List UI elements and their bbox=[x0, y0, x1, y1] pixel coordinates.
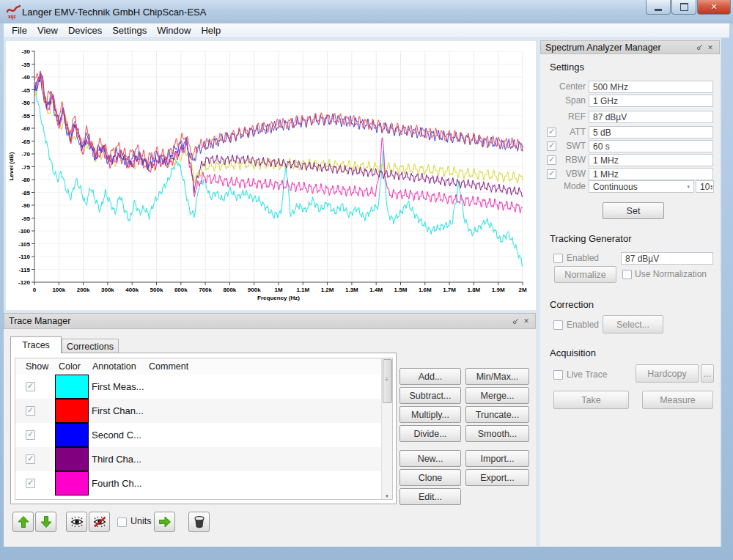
live-trace-label: Live Trace bbox=[567, 369, 607, 380]
use-normalization-checkbox[interactable] bbox=[622, 270, 632, 279]
window-title: Langer EMV-Technik GmbH ChipScan-ESA bbox=[22, 7, 206, 18]
trace-edit-button[interactable]: Edit... bbox=[399, 488, 461, 505]
svg-text:1.1M: 1.1M bbox=[296, 287, 309, 293]
app-logo-icon: xqc bbox=[6, 4, 21, 20]
trace-show-checkbox[interactable] bbox=[26, 430, 35, 440]
close-button[interactable]: ✕ bbox=[697, 0, 731, 15]
count-spinner[interactable]: 10 ▲▼ bbox=[696, 180, 714, 193]
svg-text:-100: -100 bbox=[18, 228, 31, 235]
table-row[interactable]: Fourth Ch... bbox=[15, 471, 382, 495]
trace-color-swatch[interactable] bbox=[55, 471, 89, 495]
trace-clone-button[interactable]: Clone bbox=[399, 469, 461, 486]
trace-merge-button[interactable]: Merge... bbox=[465, 387, 529, 404]
panel-pin-icon[interactable] bbox=[511, 317, 520, 325]
tg-level-input[interactable]: 87 dBµV bbox=[621, 252, 713, 265]
trace-subtract-button[interactable]: Subtract... bbox=[399, 387, 461, 404]
trace-color-swatch[interactable] bbox=[55, 375, 89, 399]
menu-item-view[interactable]: View bbox=[32, 23, 63, 37]
acquisition-heading: Acquisition bbox=[550, 347, 596, 358]
trace-show-checkbox[interactable] bbox=[26, 406, 35, 416]
scrollbar-down-icon[interactable]: ▼ bbox=[385, 494, 389, 498]
menu-item-settings[interactable]: Settings bbox=[107, 23, 152, 37]
svg-text:600k: 600k bbox=[174, 287, 188, 293]
trace-show-checkbox[interactable] bbox=[26, 479, 35, 488]
panel-pin-icon[interactable] bbox=[695, 43, 704, 52]
trace-new-button[interactable]: New... bbox=[399, 450, 461, 467]
panel-close-icon[interactable]: ✕ bbox=[522, 317, 531, 325]
menu-item-devices[interactable]: Devices bbox=[63, 23, 107, 37]
delete-trace-button[interactable] bbox=[188, 512, 210, 532]
arrow-up-icon bbox=[17, 515, 30, 528]
att-input[interactable]: 5 dB bbox=[589, 126, 713, 139]
live-trace-checkbox[interactable] bbox=[553, 370, 563, 380]
svg-text:-65: -65 bbox=[21, 139, 30, 145]
trace-multiply-button[interactable]: Multiply... bbox=[399, 406, 461, 423]
vbw-label: VBW bbox=[543, 169, 586, 179]
trace-min-max-button[interactable]: Min/Max... bbox=[465, 368, 529, 385]
measure-button[interactable]: Measure bbox=[642, 391, 713, 409]
tg-enabled-checkbox[interactable] bbox=[553, 254, 563, 263]
vbw-input[interactable]: 1 MHz bbox=[589, 168, 713, 180]
correction-enabled-checkbox[interactable] bbox=[553, 320, 563, 330]
trace-color-swatch[interactable] bbox=[55, 423, 89, 447]
hardcopy-more-button[interactable]: ... bbox=[701, 364, 714, 383]
move-trace-down-button[interactable] bbox=[35, 512, 56, 532]
units-checkbox[interactable] bbox=[117, 517, 127, 527]
menu-item-file[interactable]: File bbox=[7, 23, 32, 37]
tab-traces[interactable]: Traces bbox=[10, 336, 62, 353]
ref-input[interactable]: 87 dBµV bbox=[589, 111, 713, 123]
trace-show-checkbox[interactable] bbox=[26, 454, 35, 464]
table-row[interactable]: First Chan... bbox=[15, 399, 382, 423]
trace-import-button[interactable]: Import... bbox=[465, 450, 529, 467]
menu-item-window[interactable]: Window bbox=[152, 23, 196, 37]
trace-export-button[interactable]: Export... bbox=[465, 469, 529, 486]
move-trace-up-button[interactable] bbox=[12, 512, 34, 532]
trace-ops-column-1b: New...CloneEdit... bbox=[399, 450, 461, 507]
trace-divide-button[interactable]: Divide... bbox=[399, 425, 461, 442]
trace-add-button[interactable]: Add... bbox=[399, 368, 461, 385]
trace-truncate-button[interactable]: Truncate... bbox=[465, 406, 529, 423]
swt-input[interactable]: 60 s bbox=[589, 140, 713, 152]
svg-text:200k: 200k bbox=[77, 287, 90, 293]
hardcopy-button[interactable]: Hardcopy bbox=[636, 364, 699, 383]
menu-item-help[interactable]: Help bbox=[196, 23, 226, 37]
rbw-input[interactable]: 1 MHz bbox=[589, 154, 713, 166]
show-all-traces-button[interactable] bbox=[66, 512, 87, 532]
set-button[interactable]: Set bbox=[603, 202, 664, 219]
sam-title: Spectrum Analyzer Manager bbox=[545, 43, 661, 53]
tab-corrections[interactable]: Corrections bbox=[62, 339, 119, 353]
hide-all-traces-button[interactable] bbox=[89, 512, 110, 532]
panel-close-icon[interactable]: ✕ bbox=[706, 43, 715, 52]
scrollbar-thumb[interactable] bbox=[383, 359, 392, 403]
svg-text:1.9M: 1.9M bbox=[492, 287, 505, 293]
col-comment: Comment bbox=[149, 361, 188, 372]
correction-select-button[interactable]: Select... bbox=[603, 315, 663, 334]
apply-button[interactable] bbox=[154, 512, 175, 532]
mode-select[interactable]: Continuous ▾ bbox=[589, 180, 694, 193]
svg-text:xqc: xqc bbox=[8, 14, 17, 20]
maximize-button[interactable] bbox=[671, 0, 696, 15]
minimize-button[interactable] bbox=[646, 0, 671, 15]
center-input[interactable]: 500 MHz bbox=[589, 81, 713, 93]
ref-label: REF bbox=[543, 111, 586, 122]
take-button[interactable]: Take bbox=[553, 391, 629, 409]
svg-text:400k: 400k bbox=[125, 287, 139, 293]
trace-color-swatch[interactable] bbox=[55, 399, 89, 423]
trace-table-header: Show Color Annotation Comment bbox=[15, 358, 392, 375]
spectrum-chart[interactable]: -30-35-40-45-50-55-60-65-70-75-80-85-90-… bbox=[6, 41, 536, 310]
maximize-icon bbox=[680, 3, 688, 11]
table-row[interactable]: Third Cha... bbox=[15, 447, 382, 471]
table-row[interactable]: Second C... bbox=[15, 423, 382, 447]
normalize-button[interactable]: Normalize bbox=[554, 266, 616, 283]
svg-text:-45: -45 bbox=[21, 87, 30, 94]
trace-manager-panel: Trace Manager ✕ Traces Corrections Show … bbox=[4, 313, 536, 546]
chevron-down-icon: ▾ bbox=[687, 182, 690, 192]
arrow-right-icon bbox=[158, 515, 172, 528]
trace-table-scrollbar[interactable]: ▼ bbox=[381, 358, 392, 499]
trace-annotation: First Meas... bbox=[92, 381, 144, 392]
trace-smooth-button[interactable]: Smooth... bbox=[465, 425, 529, 442]
trace-show-checkbox[interactable] bbox=[26, 382, 35, 391]
table-row[interactable]: First Meas... bbox=[15, 375, 382, 399]
span-input[interactable]: 1 GHz bbox=[589, 95, 713, 107]
trace-color-swatch[interactable] bbox=[55, 447, 89, 471]
